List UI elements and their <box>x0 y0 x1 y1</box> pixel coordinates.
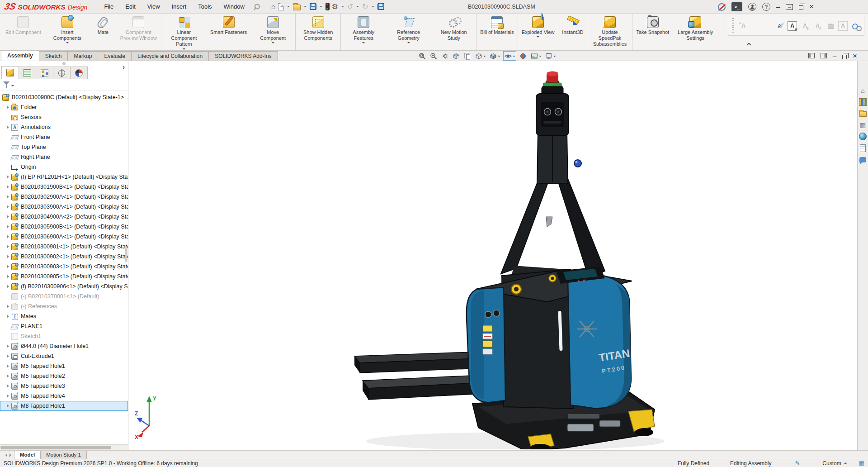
toolbar-drag-handle[interactable] <box>732 18 734 33</box>
tree-item[interactable]: M5 Tapped Hole2 <box>0 371 128 381</box>
restore-document-icon[interactable] <box>842 55 847 59</box>
panel-tab[interactable] <box>36 67 53 79</box>
zoom-to-area-icon[interactable] <box>429 51 438 61</box>
menu-item[interactable]: Window <box>218 0 250 13</box>
menu-item[interactable]: Tools <box>192 0 217 13</box>
tree-item[interactable]: Origin <box>0 162 128 172</box>
tree-item[interactable]: B02010300905<1> (Default) <Display State… <box>0 272 128 281</box>
panel-flyout-arrow[interactable]: › <box>123 63 125 71</box>
dynamic-annotation-views-icon[interactable] <box>463 51 472 61</box>
home-icon[interactable]: ⌂ <box>271 3 276 10</box>
view-palette-icon[interactable] <box>859 121 867 129</box>
zoom-to-fit-icon[interactable] <box>418 51 427 61</box>
units-selector[interactable]: Custom <box>822 460 847 467</box>
ribbon-button[interactable]: Move Component <box>250 14 296 50</box>
offline-globe-icon[interactable] <box>718 3 726 11</box>
pane-right-icon[interactable] <box>821 52 827 60</box>
close-document-icon[interactable]: × <box>853 52 857 60</box>
dropdown-caret[interactable] <box>320 6 322 9</box>
panel-tab[interactable] <box>19 67 36 79</box>
ribbon-button[interactable]: Show Hidden Components <box>296 14 341 50</box>
ribbon-button[interactable]: Component Preview Window <box>116 14 161 50</box>
panel-tab[interactable] <box>1 66 19 79</box>
annotation-properties-icon[interactable]: A <box>813 21 822 31</box>
panel-splitter[interactable] <box>0 61 128 66</box>
tree-item[interactable]: B02010300901<1> (Default) <Display State… <box>0 242 128 252</box>
ribbon-button[interactable]: Update SpeedPak Subassemblies <box>587 14 632 50</box>
dropdown-caret[interactable] <box>304 6 307 9</box>
tree-item[interactable]: M8 Tapped Hole1 <box>0 401 128 411</box>
ribbon-button[interactable]: Large Assembly Settings <box>673 14 718 50</box>
model-tab[interactable]: Motion Study 1 <box>40 451 87 459</box>
design-library-icon[interactable] <box>859 98 867 106</box>
print-annotation-icon[interactable]: A <box>826 21 835 31</box>
tree-item[interactable]: Ø44.0 (44) Diameter Hole1 <box>0 341 128 351</box>
ribbon-button[interactable]: Bill of Materials <box>476 14 518 50</box>
tree-item[interactable]: B02010301900B<1> (Default) <Display Stat… <box>0 182 128 192</box>
command-tab[interactable]: Sketch <box>39 51 68 61</box>
tree-item[interactable]: B02010302900A<1> (Default) <Display Stat… <box>0 192 128 202</box>
appearances-icon[interactable] <box>859 133 867 140</box>
filter-funnel-icon[interactable] <box>3 81 9 88</box>
graphics-viewport[interactable]: TITAN PT200 Y Z X <box>128 61 857 450</box>
file-explorer-icon[interactable] <box>859 111 867 117</box>
tree-item[interactable]: PLANE1 <box>0 321 128 331</box>
command-tab[interactable]: Markup <box>67 51 98 61</box>
tree-item[interactable]: Top Plane <box>0 142 128 152</box>
previous-view-icon[interactable] <box>440 51 449 61</box>
dropdown-caret-icon[interactable] <box>11 85 14 88</box>
panel-tab[interactable] <box>53 67 71 79</box>
restore-icon[interactable] <box>799 5 803 10</box>
dropdown-caret[interactable] <box>341 6 344 9</box>
tree-item[interactable]: B02010300900C (Default) <Display State-1… <box>0 92 128 102</box>
tree-item[interactable]: B02010305900B<1> (Default) <Display Stat… <box>0 222 128 232</box>
tags-grid-icon[interactable]: ▦ <box>859 460 864 467</box>
pin-menu-icon[interactable] <box>251 1 261 11</box>
ribbon-button[interactable]: Linear Component Pattern <box>161 14 207 50</box>
ribbon-button[interactable]: Smart Fasteners <box>207 14 250 50</box>
menu-item[interactable]: Edit <box>119 0 141 13</box>
account-icon[interactable] <box>748 3 756 11</box>
ribbon-button[interactable]: Reference Geometry <box>386 14 431 50</box>
help-icon[interactable]: ? <box>762 3 770 11</box>
ribbon-button[interactable]: New Motion Study <box>431 14 476 50</box>
tree-item[interactable]: Sketch1 <box>0 331 128 341</box>
collapse-ribbon-button[interactable] <box>743 42 754 49</box>
tree-item[interactable]: M5 Tapped Hole1 <box>0 361 128 371</box>
model-tab[interactable]: Model <box>14 451 41 459</box>
ribbon-button[interactable]: Edit Component <box>2 14 45 50</box>
save-all-icon[interactable] <box>377 3 384 10</box>
dropdown-caret[interactable] <box>372 6 374 9</box>
belt-chain-icon[interactable] <box>851 21 860 31</box>
tree-item[interactable]: B02010300902<1> (Default) <Display State… <box>0 252 128 262</box>
close-icon[interactable]: × <box>809 3 813 11</box>
minimize-icon[interactable]: – <box>776 5 780 9</box>
ribbon-button[interactable]: Assembly Features <box>341 14 386 50</box>
hide-show-items-icon[interactable] <box>503 51 516 61</box>
display-style-icon[interactable] <box>489 51 501 61</box>
forum-icon[interactable] <box>859 157 866 162</box>
tree-item[interactable]: Annotations <box>0 122 128 132</box>
section-view-icon[interactable] <box>452 51 461 61</box>
dropdown-caret[interactable] <box>287 6 290 9</box>
command-tab[interactable]: Evaluate <box>98 51 132 61</box>
minimize-document-icon[interactable]: – <box>833 54 836 58</box>
menu-item[interactable]: Insert <box>166 0 193 13</box>
dropdown-caret[interactable] <box>356 6 359 9</box>
new-document-icon[interactable] <box>278 3 284 10</box>
view-settings-icon[interactable] <box>544 51 557 61</box>
redo-icon[interactable]: ↻ <box>362 3 368 10</box>
custom-properties-icon[interactable] <box>860 144 866 152</box>
rebuild-indicator-icon[interactable] <box>326 3 330 10</box>
tab-scroll-right-icon[interactable] <box>8 452 14 459</box>
tree-item[interactable]: Sensors <box>0 112 128 122</box>
menu-item[interactable]: View <box>142 0 166 13</box>
taskpane-home-icon[interactable] <box>859 86 867 94</box>
new-annotation-view-icon[interactable]: A <box>739 21 748 31</box>
tree-item[interactable]: Right Plane <box>0 152 128 162</box>
edit-appearance-icon[interactable] <box>519 51 528 61</box>
add-annotation-icon[interactable]: A <box>800 21 810 31</box>
tree-item[interactable]: B02010306900A<1> (Default) <Display Stat… <box>0 232 128 242</box>
tree-item[interactable]: (f) B02010300906<1> (Default) <Display S… <box>0 281 128 291</box>
panel-tab[interactable] <box>70 67 88 79</box>
